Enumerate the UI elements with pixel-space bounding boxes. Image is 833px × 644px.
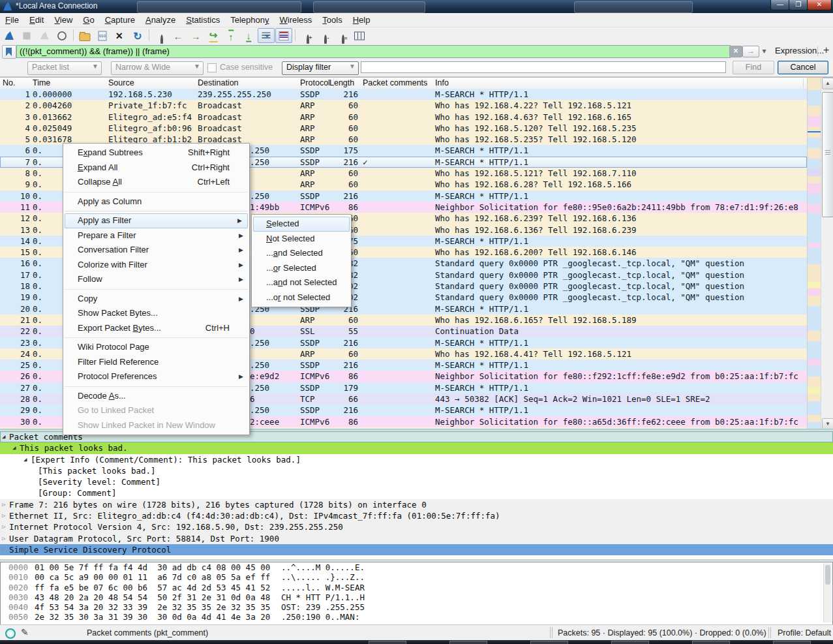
packet-row[interactable]: 20.004260Private_1f:b7:fcBroadcastARP60W… [0, 100, 807, 111]
collapse-icon[interactable]: ◢ [23, 454, 27, 465]
menu-telephony[interactable]: Telephony [225, 13, 274, 27]
detail-row[interactable]: [Group: Comment] [0, 487, 833, 498]
goto-packet-icon[interactable] [205, 28, 222, 43]
hex-row[interactable]: 00502e 32 35 30 3a 31 39 30 30 0d 0a 4d … [1, 612, 832, 622]
packet-list-scrollbar[interactable]: ▲ ▼ [821, 78, 833, 429]
packet-row[interactable]: 40.025049Elitegro_af:b0:96BroadcastARP60… [0, 123, 807, 134]
menu-item-apply-as-column[interactable]: Apply as Column [63, 194, 249, 209]
detail-row[interactable]: [Severity level: Comment] [0, 476, 833, 487]
search-type-select[interactable]: Display filter▼ [282, 61, 359, 75]
column-header-no[interactable]: No. [3, 78, 35, 88]
submenu-item-or-not-selected[interactable]: ...or not Selected [252, 290, 351, 305]
case-sensitive-checkbox[interactable] [207, 63, 217, 72]
find-input[interactable] [361, 61, 726, 73]
find-button[interactable]: Find [733, 61, 774, 74]
menu-item-filter-field-reference[interactable]: Filter Field Reference [63, 355, 249, 370]
detail-row[interactable]: ▷User Datagram Protocol, Src Port: 58814… [0, 533, 833, 544]
expand-icon[interactable]: ▷ [2, 510, 5, 521]
detail-row[interactable]: ▷Frame 7: 216 bytes on wire (1728 bits),… [0, 499, 833, 510]
menu-item-follow[interactable]: Follow▶ [63, 272, 249, 287]
zoom-in-icon[interactable] [298, 28, 315, 43]
detail-row[interactable]: ◢[Expert Info (Comment/Comment): This pa… [0, 454, 833, 465]
profile-text[interactable]: Profile: Default [778, 628, 831, 637]
submenu-item-not-selected[interactable]: Not Selected [252, 232, 351, 247]
packet-list-minimap[interactable] [807, 78, 821, 429]
zoom-reset-icon[interactable] [333, 28, 350, 43]
column-header-time[interactable]: Time [33, 78, 110, 88]
menu-item-copy[interactable]: Copy▶ [63, 292, 249, 307]
filter-bookmark-button[interactable] [2, 45, 16, 59]
filter-clear-button[interactable]: × [729, 46, 742, 57]
submenu-item-and-selected[interactable]: ...and Selected [252, 246, 351, 261]
packet-row[interactable]: 30.013662Elitegro_ad:e5:f4BroadcastARP60… [0, 112, 807, 123]
expand-icon[interactable]: ▷ [2, 533, 5, 544]
column-header-source[interactable]: Source [108, 78, 200, 88]
hex-row[interactable]: 003043 48 20 2a 20 48 54 54 50 2f 31 2e … [1, 592, 832, 602]
charset-select[interactable]: Narrow & Wide▼ [111, 61, 204, 75]
expand-icon[interactable]: ▷ [2, 544, 5, 555]
go-forward-icon[interactable] [187, 28, 204, 43]
menu-file[interactable]: File [0, 13, 24, 27]
submenu-item-or-selected[interactable]: ...or Selected [252, 261, 351, 276]
zoom-out-icon[interactable] [316, 28, 333, 43]
menu-item-show-packet-bytes[interactable]: Show Packet Bytes... [63, 306, 249, 321]
hex-row[interactable]: 0020ff fa e5 be 07 6c 00 b6 57 ac 4d 2d … [1, 583, 832, 592]
display-filter-input[interactable]: ((!(pkt_comment)) && (frame)) || (frame) [16, 45, 731, 58]
expression-button[interactable]: Expression... [775, 46, 824, 55]
filter-apply-button[interactable]: → [742, 46, 759, 57]
collapse-icon[interactable]: ◢ [12, 442, 16, 453]
column-header-info[interactable]: Info [435, 78, 804, 88]
detail-row[interactable]: ▷Simple Service Discovery Protocol [0, 544, 833, 555]
submenu-item-and-not-selected[interactable]: ...and not Selected [252, 275, 351, 290]
menu-analyze[interactable]: Analyze [140, 13, 181, 27]
menu-statistics[interactable]: Statistics [181, 13, 225, 27]
capture-comment-icon[interactable]: ✎ [21, 627, 29, 637]
menu-view[interactable]: View [49, 13, 78, 27]
cancel-button[interactable]: Cancel [778, 61, 828, 74]
detail-row[interactable]: [This packet looks bad.] [0, 465, 833, 476]
scrollbar-thumb[interactable] [822, 92, 833, 217]
reload-capture-icon[interactable] [129, 28, 146, 43]
packet-row[interactable]: 10.000000192.168.5.230239.255.255.250SSD… [0, 89, 807, 100]
hex-row[interactable]: 001000 ca 5c a9 00 00 01 11 a6 7d c0 a8 … [1, 572, 832, 582]
menu-item-apply-as-filter[interactable]: Apply as Filter▶ [65, 213, 248, 228]
menu-item-wiki-protocol-page[interactable]: Wiki Protocol Page [63, 340, 249, 355]
detail-row[interactable]: ▷Ethernet II, Src: Elitegro_ad:db:c4 (f4… [0, 510, 833, 521]
menu-item-export-packet-bytes[interactable]: Export Packet Bytes...Ctrl+H [63, 321, 249, 336]
menu-item-prepare-a-filter[interactable]: Prepare a Filter▶ [63, 228, 249, 243]
menu-capture[interactable]: Capture [100, 13, 140, 27]
resize-columns-icon[interactable] [351, 28, 368, 43]
find-packet-icon[interactable] [152, 28, 169, 43]
menu-tools[interactable]: Tools [317, 13, 347, 27]
colorize-icon[interactable] [275, 28, 292, 43]
capture-options-icon[interactable] [53, 28, 70, 43]
expert-info-icon[interactable] [5, 628, 16, 639]
collapse-icon[interactable]: ◢ [2, 431, 5, 442]
scroll-up-button[interactable]: ▲ [822, 78, 833, 89]
detail-row[interactable]: ◢This packet looks bad. [0, 442, 833, 453]
menu-item-collapse-all[interactable]: Collapse AllCtrl+Left [63, 175, 249, 190]
filter-dropdown-button[interactable]: ▾ [759, 46, 769, 57]
hex-row[interactable]: 00404f 53 54 3a 20 32 33 39 2e 32 35 35 … [1, 602, 832, 612]
save-capture-icon[interactable] [94, 28, 111, 43]
menu-item-expand-subtrees[interactable]: Expand SubtreesShift+Right [63, 146, 249, 161]
minimize-button[interactable]: — [770, 0, 790, 10]
go-bottom-icon[interactable] [240, 28, 257, 43]
go-top-icon[interactable] [222, 28, 239, 43]
column-header-packet-comments[interactable]: Packet comments [363, 78, 437, 88]
expand-icon[interactable]: ▷ [2, 499, 5, 510]
open-capture-icon[interactable] [76, 28, 93, 43]
menu-wireless[interactable]: Wireless [275, 13, 318, 27]
menu-item-colorize-with-filter[interactable]: Colorize with Filter▶ [63, 258, 249, 273]
menu-go[interactable]: Go [78, 13, 99, 27]
search-scope-select[interactable]: Packet list▼ [27, 61, 102, 75]
autoscroll-icon[interactable] [258, 28, 275, 43]
bytes-scrollbar[interactable] [823, 563, 832, 622]
submenu-item-selected[interactable]: Selected [253, 217, 350, 232]
detail-row[interactable]: ▷Internet Protocol Version 4, Src: 192.1… [0, 521, 833, 532]
menu-item-conversation-filter[interactable]: Conversation Filter▶ [63, 243, 249, 258]
start-capture-icon[interactable] [1, 28, 18, 43]
menu-help[interactable]: Help [348, 13, 376, 27]
restore-button[interactable]: ❐ [789, 0, 808, 10]
menu-item-expand-all[interactable]: Expand AllCtrl+Right [63, 161, 249, 176]
